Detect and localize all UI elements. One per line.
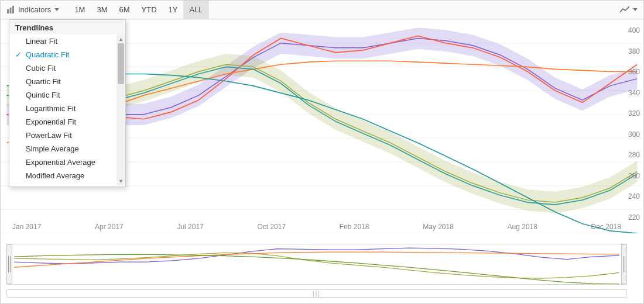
caret-down-icon	[54, 8, 59, 11]
y-tick: 320	[628, 109, 640, 118]
horizontal-scrollbar[interactable]: |||	[6, 289, 627, 298]
x-tick: Aug 2018	[508, 223, 537, 231]
trendline-option[interactable]: Logarithmic Fit	[9, 102, 125, 115]
trend-line-icon	[620, 6, 629, 13]
range-6m[interactable]: 6M	[114, 1, 136, 19]
range-3m[interactable]: 3M	[91, 1, 113, 19]
trendline-option[interactable]: Cumulative Average	[9, 182, 125, 186]
overview-chart[interactable]	[6, 244, 627, 285]
x-tick: Jan 2017	[12, 223, 41, 231]
y-tick: 360	[628, 68, 640, 76]
y-tick: 240	[628, 192, 640, 201]
trendline-option[interactable]: Quadratic Fit	[9, 48, 125, 61]
range-all[interactable]: ALL	[183, 1, 208, 19]
y-tick: 260	[628, 172, 640, 180]
x-tick: May 2018	[423, 223, 454, 231]
indicators-dropdown-button[interactable]: Indicators	[1, 1, 65, 19]
dropdown-list: ▲ ▼ Linear FitQuadratic FitCubic FitQuar…	[9, 34, 125, 186]
trendline-option[interactable]: Exponential Average	[9, 156, 125, 169]
trendline-option[interactable]: Modified Average	[9, 169, 125, 182]
y-tick: 380	[628, 47, 640, 56]
chart-type-button[interactable]	[614, 1, 643, 19]
x-tick: Feb 2018	[340, 223, 369, 231]
trendline-option[interactable]: PowerLaw Fit	[9, 129, 125, 142]
bar-chart-icon	[6, 6, 15, 14]
trendline-option[interactable]: Quintic Fit	[9, 88, 125, 102]
dropdown-header: Trendlines	[9, 20, 125, 34]
y-axis: 400380360340320300280260240220	[628, 26, 640, 222]
range-1m[interactable]: 1M	[68, 1, 91, 19]
svg-rect-0	[7, 9, 9, 13]
svg-rect-1	[10, 8, 12, 13]
trendline-option[interactable]: Linear Fit	[9, 34, 125, 48]
x-tick: Apr 2017	[95, 223, 124, 231]
x-tick: Dec 2018	[591, 223, 621, 231]
y-tick: 340	[628, 89, 640, 97]
toolbar: Indicators 1M3M6MYTD1YALL	[1, 1, 643, 19]
x-tick: Jul 2017	[177, 223, 203, 231]
trendline-option[interactable]: Exponential Fit	[9, 115, 125, 129]
range-ytd[interactable]: YTD	[136, 1, 163, 19]
y-tick: 400	[628, 26, 640, 34]
y-tick: 300	[628, 130, 640, 139]
y-tick: 280	[628, 151, 640, 159]
svg-rect-2	[12, 6, 14, 13]
y-tick: 220	[628, 213, 640, 222]
x-axis: Jan 2017Apr 2017Jul 2017Oct 2017Feb 2018…	[6, 223, 627, 231]
scroll-grip-icon: |||	[313, 291, 321, 297]
x-tick: Oct 2017	[257, 223, 286, 231]
indicators-label: Indicators	[18, 5, 51, 14]
trendline-option[interactable]: Cubic Fit	[9, 61, 125, 75]
trendline-option[interactable]: Simple Average	[9, 142, 125, 156]
trendline-option[interactable]: Quartic Fit	[9, 75, 125, 88]
overview-handle-left[interactable]	[6, 244, 12, 284]
chart-frame: Indicators 1M3M6MYTD1YALL Trendlines ▲ ▼…	[0, 0, 644, 304]
overview-handle-right[interactable]	[621, 244, 627, 284]
range-1y[interactable]: 1Y	[163, 1, 184, 19]
range-buttons: 1M3M6MYTD1YALL	[68, 1, 208, 19]
trendlines-dropdown: Trendlines ▲ ▼ Linear FitQuadratic FitCu…	[9, 19, 126, 187]
caret-down-icon	[633, 8, 638, 11]
